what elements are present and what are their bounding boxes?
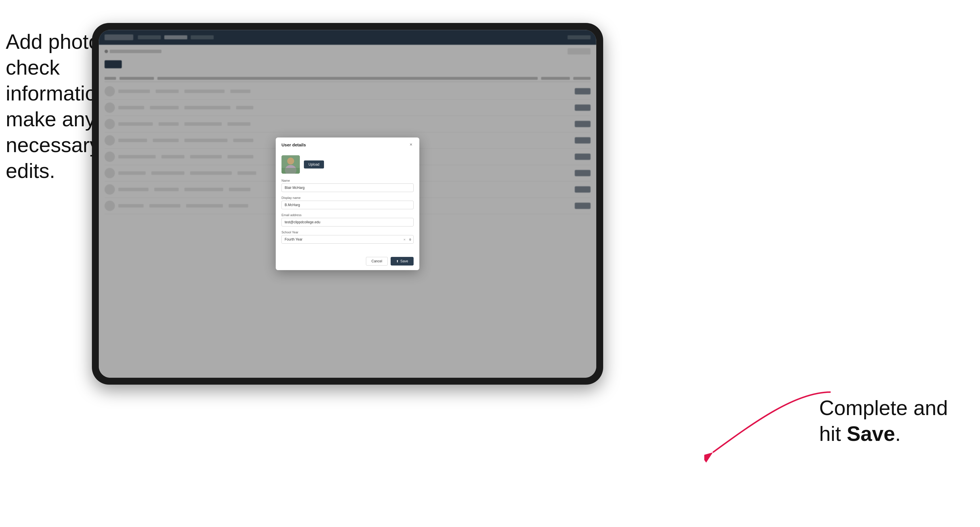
school-year-label: School Year <box>282 230 414 234</box>
tablet-device: User details × <box>92 23 603 385</box>
school-year-select-wrapper: × <box>282 235 414 244</box>
display-name-label: Display name <box>282 196 414 200</box>
avatar-image <box>282 155 300 174</box>
tablet-screen: User details × <box>99 30 596 378</box>
annotation-left-line4: necessary edits. <box>6 133 100 182</box>
arrow-up-icon <box>409 238 411 240</box>
modal-header: User details × <box>276 138 419 151</box>
name-label: Name <box>282 179 414 182</box>
upload-button[interactable]: Upload <box>304 160 324 168</box>
save-button-label: Save <box>400 259 408 263</box>
annotation-left-line3: make any <box>6 108 95 130</box>
annotation-right-bold: Save <box>847 422 895 445</box>
annotation-left-line1: Add photo, check <box>6 30 106 79</box>
user-details-modal: User details × <box>276 138 419 270</box>
display-name-input[interactable] <box>282 201 414 209</box>
modal-body: Upload Name Display name <box>276 151 419 254</box>
name-field-group: Name <box>282 179 414 192</box>
name-input[interactable] <box>282 183 414 192</box>
avatar <box>282 155 300 174</box>
modal-title: User details <box>282 142 306 147</box>
annotation-right-line2: hit <box>819 422 847 445</box>
svg-rect-5 <box>282 168 300 174</box>
avatar-svg <box>282 155 300 174</box>
avatar-section: Upload <box>282 155 414 174</box>
school-year-input[interactable] <box>282 235 414 244</box>
annotation-right-end: . <box>895 422 901 445</box>
select-arrows-icon <box>409 238 411 241</box>
cancel-button[interactable]: Cancel <box>366 257 387 265</box>
display-name-field-group: Display name <box>282 196 414 209</box>
annotation-right: Complete and hit Save. <box>819 395 957 447</box>
save-button[interactable]: ⬆ Save <box>391 257 414 265</box>
annotation-right-line1: Complete and <box>819 397 948 419</box>
screen-content: User details × <box>99 30 596 378</box>
arrow-down-icon <box>409 240 411 241</box>
close-button[interactable]: × <box>409 142 414 147</box>
email-label: Email address <box>282 213 414 217</box>
select-clear-button[interactable]: × <box>403 237 406 242</box>
email-field-group: Email address <box>282 213 414 227</box>
modal-overlay: User details × <box>99 30 596 378</box>
email-input[interactable] <box>282 218 414 227</box>
svg-point-3 <box>287 157 294 165</box>
modal-footer: Cancel ⬆ Save <box>276 254 419 270</box>
school-year-field-group: School Year × <box>282 230 414 244</box>
save-icon: ⬆ <box>396 259 399 263</box>
